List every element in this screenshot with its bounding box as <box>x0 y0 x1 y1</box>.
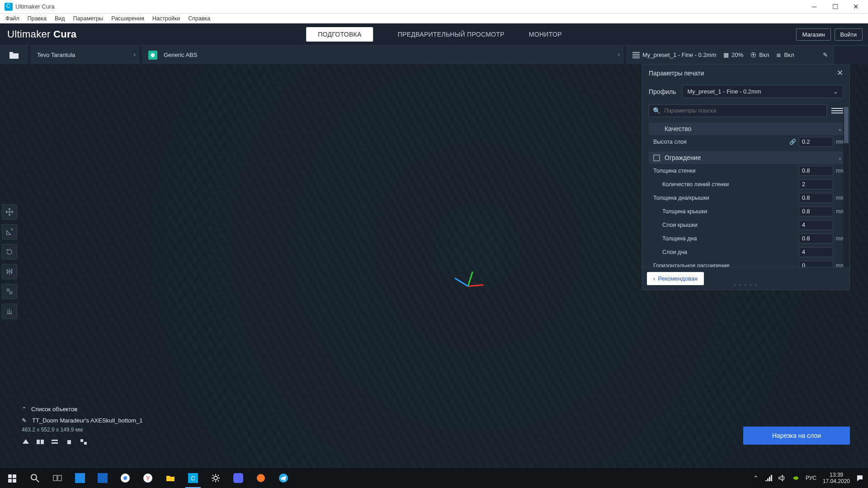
tray-language[interactable]: РУС <box>806 475 816 481</box>
tool-mirror[interactable] <box>2 264 17 279</box>
window-titlebar: Ultimaker Cura ─ ☐ ✕ <box>0 0 868 14</box>
settings-visibility-button[interactable] <box>831 104 843 117</box>
marketplace-button[interactable]: Магазин <box>796 28 830 41</box>
pencil-icon: ✎ <box>823 52 828 58</box>
menu-preferences[interactable]: Настройки <box>150 14 183 23</box>
input-top-layers[interactable] <box>799 220 833 230</box>
tool-per-model[interactable] <box>2 284 17 299</box>
input-layer-height[interactable] <box>799 137 833 147</box>
window-maximize-button[interactable]: ☐ <box>825 0 845 14</box>
taskbar-taskview[interactable] <box>47 468 68 488</box>
tray-nvidia-icon[interactable] <box>792 474 799 482</box>
stage-tabs: ПОДГОТОВКА ПРЕДВАРИТЕЛЬНЫЙ ПРОСМОТР МОНИ… <box>306 27 562 42</box>
print-settings-summary[interactable]: My_preset_1 - Fine - 0.2mm ▦20% ⦿Вкл ≣Вк… <box>626 46 834 64</box>
close-icon[interactable]: ✕ <box>837 68 843 78</box>
object-list-header[interactable]: Список объектов <box>31 406 77 413</box>
tray-network-icon[interactable] <box>765 474 772 482</box>
taskbar-start[interactable] <box>2 468 23 488</box>
view-solid-icon[interactable] <box>22 438 30 446</box>
window-minimize-button[interactable]: ─ <box>804 0 825 14</box>
taskbar-app-2[interactable] <box>92 468 113 488</box>
chevron-down-icon: ⌄ <box>838 155 842 161</box>
taskbar-telegram[interactable] <box>273 468 294 488</box>
input-topbottom-thickness[interactable] <box>799 193 833 203</box>
object-list-panel: ⌃ Список объектов ✎ TT_Doom Maradeur's A… <box>22 406 143 446</box>
chevron-down-icon: ⌄ <box>838 126 842 132</box>
infill-segment: ▦20% <box>723 52 743 58</box>
tool-support-blocker[interactable] <box>2 304 17 319</box>
svg-point-1 <box>31 474 37 480</box>
tab-preview[interactable]: ПРЕДВАРИТЕЛЬНЫЙ ПРОСМОТР <box>398 27 505 42</box>
taskbar-search[interactable] <box>24 468 45 488</box>
input-top-thickness[interactable] <box>799 206 833 216</box>
taskbar-discord[interactable] <box>228 468 249 488</box>
taskbar-explorer[interactable] <box>160 468 181 488</box>
menu-file[interactable]: Файл <box>3 14 22 23</box>
chevron-left-icon: ‹ <box>618 51 620 58</box>
taskbar-blender[interactable] <box>250 468 271 488</box>
param-layer-height: Высота слоя 🔗 mm <box>649 135 847 149</box>
menu-extensions[interactable]: Расширения <box>108 14 147 23</box>
settings-search-input[interactable] <box>664 108 823 114</box>
tray-notifications-icon[interactable] <box>856 474 863 482</box>
tray-volume-icon[interactable] <box>778 474 786 482</box>
taskbar-yandex[interactable]: Y <box>137 468 158 488</box>
svg-text:C: C <box>191 475 195 482</box>
top-toolbar: Ultimaker Cura ПОДГОТОВКА ПРЕДВАРИТЕЛЬНЫ… <box>0 23 868 45</box>
tab-monitor[interactable]: МОНИТОР <box>529 27 562 42</box>
axis-gizmo <box>468 267 486 286</box>
tool-rotate[interactable] <box>2 244 17 259</box>
settings-search[interactable]: 🔍 <box>649 104 827 117</box>
scrollbar-thumb[interactable] <box>844 107 849 143</box>
view-layers-icon[interactable] <box>51 438 59 446</box>
settings-scrollbar[interactable] <box>843 107 849 268</box>
tool-move[interactable] <box>2 204 17 220</box>
chevron-up-icon[interactable]: ⌃ <box>22 406 27 413</box>
viewport-3d[interactable]: ⌃ Список объектов ✎ TT_Doom Maradeur's A… <box>0 64 868 468</box>
pencil-icon[interactable]: ✎ <box>22 417 27 424</box>
adhesion-segment: ≣Вкл <box>776 52 794 58</box>
support-icon: ⦿ <box>750 52 756 58</box>
profile-dropdown[interactable]: My_preset_1 - Fine - 0.2mm ⌄ <box>682 85 843 98</box>
menu-help[interactable]: Справка <box>185 14 213 23</box>
category-walls[interactable]: Ограждение ⌄ <box>649 151 847 164</box>
taskbar-cura[interactable]: C <box>183 468 203 488</box>
settings-panel-title: Параметры печати <box>649 70 704 77</box>
link-icon[interactable]: 🔗 <box>789 139 796 145</box>
printer-selector[interactable]: Tevo Tarantula ‹ <box>31 46 139 64</box>
signin-button[interactable]: Войти <box>835 28 863 41</box>
menu-settings[interactable]: Параметры <box>71 14 106 23</box>
open-file-button[interactable] <box>0 46 28 64</box>
view-xray-icon[interactable] <box>36 438 44 446</box>
taskbar-app-1[interactable] <box>70 468 90 488</box>
material-selector[interactable]: ◉ Generic ABS ‹ <box>142 46 623 64</box>
tab-prepare[interactable]: ПОДГОТОВКА <box>306 27 373 42</box>
input-wall-line-count[interactable] <box>799 179 833 189</box>
slice-button[interactable]: Нарезка на слои <box>743 427 850 445</box>
profile-dropdown-value: My_preset_1 - Fine - 0.2mm <box>687 88 761 95</box>
menu-edit[interactable]: Правка <box>25 14 49 23</box>
profile-name-segment: My_preset_1 - Fine - 0.2mm <box>632 52 716 58</box>
param-wall-line-count: Количество линий стенки <box>649 178 847 191</box>
settings-list: Качество ⌄ Высота слоя 🔗 mm Ограждение ⌄… <box>642 120 849 267</box>
input-bottom-thickness[interactable] <box>799 234 833 244</box>
recommended-mode-button[interactable]: ‹ Рекомендован <box>647 272 704 285</box>
svg-rect-0 <box>654 155 660 161</box>
input-bottom-layers[interactable] <box>799 247 833 257</box>
tray-clock[interactable]: 13:39 17.04.2020 <box>823 472 850 484</box>
transform-toolbar <box>2 204 17 319</box>
selected-object-name[interactable]: TT_Doom Maradeur's AXESkull_bottom_1 <box>32 417 143 424</box>
param-top-thickness: Толщина крышки mm <box>649 205 847 218</box>
taskbar-settings[interactable] <box>205 468 226 488</box>
input-wall-thickness[interactable] <box>799 166 833 176</box>
group-icon[interactable] <box>80 438 88 446</box>
tool-scale[interactable] <box>2 224 17 239</box>
window-close-button[interactable]: ✕ <box>845 0 866 14</box>
panel-resize-handle[interactable]: • • • • • <box>734 283 758 287</box>
category-quality[interactable]: Качество ⌄ <box>649 122 847 135</box>
menu-view[interactable]: Вид <box>52 14 68 23</box>
tray-chevron-up-icon[interactable]: ⌃ <box>753 474 759 482</box>
taskbar-chrome[interactable] <box>115 468 136 488</box>
arrange-icon[interactable] <box>65 438 73 446</box>
input-horizontal-expansion[interactable] <box>799 261 833 267</box>
